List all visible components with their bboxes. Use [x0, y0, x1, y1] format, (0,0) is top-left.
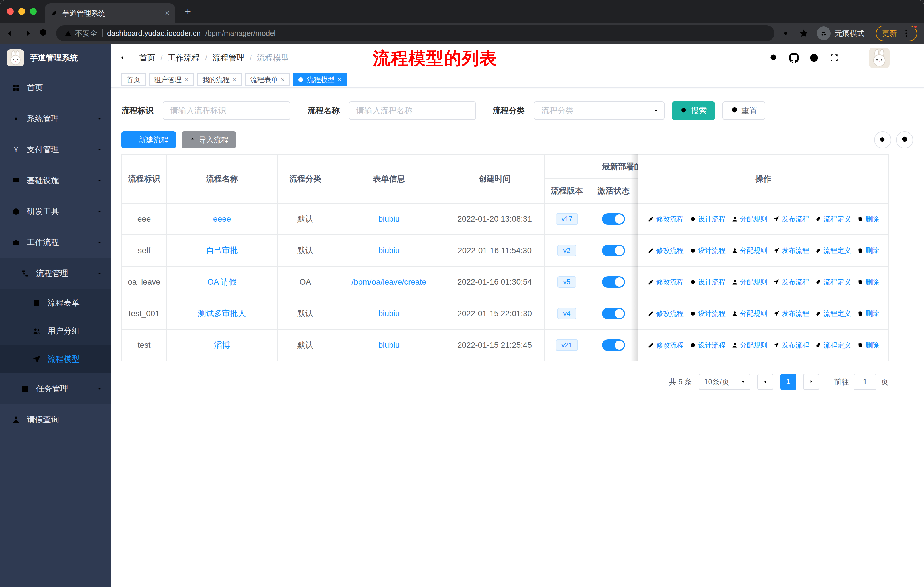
form-info-link[interactable]: biubiu [378, 341, 400, 349]
breadcrumb-item[interactable]: 流程管理 [213, 53, 257, 63]
show-search-button[interactable] [874, 131, 891, 149]
sidebar-item-process-form[interactable]: 流程表单 [0, 289, 111, 317]
incognito-profile-chip[interactable]: 无痕模式 [817, 26, 865, 40]
browser-menu-icon[interactable] [902, 29, 911, 38]
publish-process-link[interactable]: 发布流程 [773, 278, 809, 287]
sidebar-item-workflow[interactable]: 工作流程 [0, 227, 111, 258]
sidebar-item-leave-query[interactable]: 请假查询 [0, 404, 111, 435]
delete-link[interactable]: 删除 [857, 246, 879, 255]
tab-close-icon[interactable]: × [165, 8, 170, 18]
assign-rule-link[interactable]: 分配规则 [731, 214, 767, 223]
page-number-1[interactable]: 1 [780, 374, 796, 390]
user-avatar[interactable] [869, 48, 889, 68]
form-info-link[interactable]: biubiu [378, 309, 400, 318]
publish-process-link[interactable]: 发布流程 [773, 214, 809, 223]
breadcrumb-item[interactable]: 工作流程 [168, 53, 213, 63]
design-process-link[interactable]: 设计流程 [690, 214, 726, 223]
sidebar-item-process-management[interactable]: 流程管理 [0, 258, 111, 289]
close-tag-icon[interactable]: × [233, 76, 237, 84]
tag-tenant-management[interactable]: 租户管理 × [149, 73, 194, 86]
design-process-link[interactable]: 设计流程 [690, 278, 726, 287]
sidebar-item-devtools[interactable]: 研发工具 [0, 196, 111, 227]
sidebar-item-infrastructure[interactable]: 基础设施 [0, 165, 111, 196]
delete-link[interactable]: 删除 [857, 214, 879, 223]
window-close-button[interactable] [7, 8, 14, 15]
window-minimize-button[interactable] [18, 8, 25, 15]
modify-process-link[interactable]: 修改流程 [648, 214, 684, 223]
process-definition-link[interactable]: 流程定义 [815, 246, 851, 255]
back-icon[interactable] [6, 28, 16, 38]
breadcrumb-item[interactable]: 首页 [139, 53, 168, 63]
design-process-link[interactable]: 设计流程 [690, 246, 726, 255]
sidebar-item-system[interactable]: 系统管理 [0, 103, 111, 134]
browser-tab[interactable]: 芋道管理系统 × [45, 3, 175, 23]
page-size-select[interactable]: 10条/页 [699, 374, 751, 390]
close-tag-icon[interactable]: × [281, 76, 285, 84]
assign-rule-link[interactable]: 分配规则 [731, 341, 767, 350]
process-name-link[interactable]: eeee [213, 214, 231, 223]
create-process-button[interactable]: 新建流程 [121, 131, 176, 149]
modify-process-link[interactable]: 修改流程 [648, 246, 684, 255]
active-toggle[interactable] [602, 308, 625, 319]
process-id-input[interactable] [163, 101, 290, 120]
goto-page-input[interactable] [853, 374, 876, 390]
sidebar-item-user-group[interactable]: 用户分组 [0, 317, 111, 345]
modify-process-link[interactable]: 修改流程 [648, 341, 684, 350]
publish-process-link[interactable]: 发布流程 [773, 246, 809, 255]
active-toggle[interactable] [602, 276, 625, 288]
sidebar-toggle-icon[interactable] [120, 53, 130, 63]
import-process-button[interactable]: 导入流程 [182, 131, 236, 149]
bookmark-star-icon[interactable] [799, 28, 809, 38]
new-tab-button[interactable]: + [180, 3, 196, 20]
publish-process-link[interactable]: 发布流程 [773, 309, 809, 318]
form-info-link[interactable]: /bpm/oa/leave/create [351, 278, 426, 286]
address-bar[interactable]: 不安全 dashboard.yudao.iocoder.cn/bpm/manag… [56, 25, 774, 41]
modify-process-link[interactable]: 修改流程 [648, 309, 684, 318]
process-name-link[interactable]: 自己审批 [206, 246, 238, 255]
process-name-input[interactable] [349, 101, 476, 120]
close-tag-icon[interactable]: × [337, 76, 342, 84]
font-size-icon[interactable] [849, 53, 859, 63]
prev-page-button[interactable] [757, 374, 773, 390]
chrome-update-menu-button[interactable]: 更新 [876, 25, 917, 41]
active-toggle[interactable] [602, 213, 625, 225]
delete-link[interactable]: 删除 [857, 309, 879, 318]
assign-rule-link[interactable]: 分配规则 [731, 309, 767, 318]
close-tag-icon[interactable]: × [185, 76, 188, 84]
reset-button[interactable]: 重置 [723, 101, 765, 120]
forward-icon[interactable] [22, 28, 32, 38]
delete-link[interactable]: 删除 [857, 278, 879, 287]
sidebar-item-task-management[interactable]: 任务管理 [0, 373, 111, 404]
process-name-link[interactable]: 测试多审批人 [198, 309, 246, 318]
modify-process-link[interactable]: 修改流程 [648, 278, 684, 287]
tag-my-process[interactable]: 我的流程 × [197, 73, 242, 86]
sidebar-item-payment[interactable]: ¥ 支付管理 [0, 134, 111, 165]
process-definition-link[interactable]: 流程定义 [815, 278, 851, 287]
reload-icon[interactable] [38, 28, 48, 38]
tag-home[interactable]: 首页 [121, 73, 145, 86]
category-select[interactable]: 流程分类 [534, 101, 665, 120]
process-definition-link[interactable]: 流程定义 [815, 309, 851, 318]
process-name-link[interactable]: OA 请假 [207, 278, 237, 286]
design-process-link[interactable]: 设计流程 [690, 341, 726, 350]
search-button[interactable]: 搜索 [672, 101, 715, 120]
sidebar-item-home[interactable]: 首页 [0, 72, 111, 103]
assign-rule-link[interactable]: 分配规则 [731, 278, 767, 287]
active-toggle[interactable] [602, 245, 625, 256]
publish-process-link[interactable]: 发布流程 [773, 341, 809, 350]
refresh-table-button[interactable] [896, 131, 913, 149]
fullscreen-icon[interactable] [829, 53, 839, 63]
tag-process-model[interactable]: 流程模型 × [293, 73, 346, 86]
search-icon[interactable] [769, 53, 779, 63]
tag-process-form[interactable]: 流程表单 × [245, 73, 290, 86]
github-icon[interactable] [789, 53, 799, 63]
process-name-link[interactable]: 滔博 [214, 341, 230, 349]
form-info-link[interactable]: biubiu [378, 214, 400, 223]
next-page-button[interactable] [803, 374, 819, 390]
active-toggle[interactable] [602, 339, 625, 351]
assign-rule-link[interactable]: 分配规则 [731, 246, 767, 255]
process-definition-link[interactable]: 流程定义 [815, 214, 851, 223]
sidebar-item-process-model[interactable]: 流程模型 [0, 345, 111, 373]
form-info-link[interactable]: biubiu [378, 246, 400, 255]
delete-link[interactable]: 删除 [857, 341, 879, 350]
